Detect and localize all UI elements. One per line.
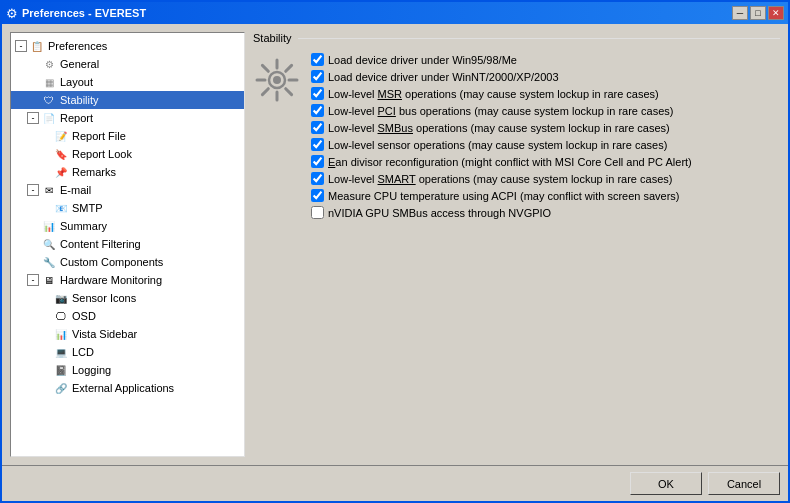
- sidebar-item-external-apps[interactable]: 🔗 External Applications: [11, 379, 244, 397]
- checkbox-9[interactable]: [311, 189, 324, 202]
- sidebar-item-remarks[interactable]: 📌 Remarks: [11, 163, 244, 181]
- sidebar-item-layout[interactable]: ▦ Layout: [11, 73, 244, 91]
- sidebar-item-lcd[interactable]: 💻 LCD: [11, 343, 244, 361]
- report-label: Report: [60, 112, 93, 124]
- logging-label: Logging: [72, 364, 111, 376]
- email-label: E-mail: [60, 184, 91, 196]
- section-header: Stability: [253, 32, 780, 44]
- preferences-icon: 📋: [29, 38, 45, 54]
- main-window: ⚙ Preferences - EVEREST ─ □ ✕ - 📋 Prefer…: [0, 0, 790, 503]
- expander-email[interactable]: -: [27, 184, 39, 196]
- checkbox-row-2: Load device driver under WinNT/2000/XP/2…: [311, 69, 780, 84]
- tree-panel: - 📋 Preferences ⚙ General ▦ Layout 🛡 Sta…: [10, 32, 245, 457]
- external-apps-icon: 🔗: [53, 380, 69, 396]
- expander-preferences[interactable]: -: [15, 40, 27, 52]
- sidebar-item-logging[interactable]: 📓 Logging: [11, 361, 244, 379]
- checkbox-8[interactable]: [311, 172, 324, 185]
- hardware-monitoring-label: Hardware Monitoring: [60, 274, 162, 286]
- hardware-monitoring-icon: 🖥: [41, 272, 57, 288]
- sidebar-item-report[interactable]: - 📄 Report: [11, 109, 244, 127]
- window-icon: ⚙: [6, 6, 18, 21]
- checkbox-row-5: Low-level SMBus operations (may cause sy…: [311, 120, 780, 135]
- minimize-button[interactable]: ─: [732, 6, 748, 20]
- sidebar-item-sensor-icons[interactable]: 📷 Sensor Icons: [11, 289, 244, 307]
- layout-label: Layout: [60, 76, 93, 88]
- stability-content: Load device driver under Win95/98/Me Loa…: [253, 52, 780, 220]
- section-divider: [298, 38, 780, 39]
- sidebar-item-stability[interactable]: 🛡 Stability: [11, 91, 244, 109]
- ok-button[interactable]: OK: [630, 472, 702, 495]
- sensor-icons-label: Sensor Icons: [72, 292, 136, 304]
- checkbox-row-7: Ean divisor reconfiguration (might confl…: [311, 154, 780, 169]
- expander-report[interactable]: -: [27, 112, 39, 124]
- checkbox-label-3: Low-level MSR operations (may cause syst…: [328, 88, 659, 100]
- stability-gear-icon: [253, 56, 301, 220]
- sidebar-item-vista-sidebar[interactable]: 📊 Vista Sidebar: [11, 325, 244, 343]
- sidebar-item-hardware-monitoring[interactable]: - 🖥 Hardware Monitoring: [11, 271, 244, 289]
- report-icon: 📄: [41, 110, 57, 126]
- external-apps-label: External Applications: [72, 382, 174, 394]
- right-panel: Stability: [253, 32, 780, 457]
- svg-line-7: [286, 65, 292, 71]
- checkbox-row-8: Low-level SMART operations (may cause sy…: [311, 171, 780, 186]
- checkboxes-area: Load device driver under Win95/98/Me Loa…: [311, 52, 780, 220]
- layout-icon: ▦: [41, 74, 57, 90]
- custom-components-icon: 🔧: [41, 254, 57, 270]
- content-filtering-icon: 🔍: [41, 236, 57, 252]
- maximize-button[interactable]: □: [750, 6, 766, 20]
- close-button[interactable]: ✕: [768, 6, 784, 20]
- sidebar-item-content-filtering[interactable]: 🔍 Content Filtering: [11, 235, 244, 253]
- checkbox-row-4: Low-level PCI bus operations (may cause …: [311, 103, 780, 118]
- lcd-label: LCD: [72, 346, 94, 358]
- checkbox-label-9: Measure CPU temperature using ACPI (may …: [328, 190, 680, 202]
- stability-label: Stability: [60, 94, 99, 106]
- window-title: Preferences - EVEREST: [22, 7, 146, 19]
- sidebar-item-smtp[interactable]: 📧 SMTP: [11, 199, 244, 217]
- sidebar-item-summary[interactable]: 📊 Summary: [11, 217, 244, 235]
- bottom-bar: OK Cancel: [2, 465, 788, 501]
- svg-line-8: [262, 89, 268, 95]
- cancel-button[interactable]: Cancel: [708, 472, 780, 495]
- checkbox-label-5: Low-level SMBus operations (may cause sy…: [328, 122, 670, 134]
- checkbox-label-10: nVIDIA GPU SMBus access through NVGPIO: [328, 207, 551, 219]
- checkbox-label-7: Ean divisor reconfiguration (might confl…: [328, 156, 692, 168]
- sidebar-item-email[interactable]: - ✉ E-mail: [11, 181, 244, 199]
- gear-svg: [253, 56, 301, 104]
- checkbox-6[interactable]: [311, 138, 324, 151]
- vista-sidebar-label: Vista Sidebar: [72, 328, 137, 340]
- checkbox-2[interactable]: [311, 70, 324, 83]
- checkbox-label-2: Load device driver under WinNT/2000/XP/2…: [328, 71, 559, 83]
- checkbox-4[interactable]: [311, 104, 324, 117]
- custom-components-label: Custom Components: [60, 256, 163, 268]
- remarks-label: Remarks: [72, 166, 116, 178]
- checkbox-row-9: Measure CPU temperature using ACPI (may …: [311, 188, 780, 203]
- general-label: General: [60, 58, 99, 70]
- expander-hardware[interactable]: -: [27, 274, 39, 286]
- logging-icon: 📓: [53, 362, 69, 378]
- section-title: Stability: [253, 32, 298, 44]
- lcd-icon: 💻: [53, 344, 69, 360]
- checkbox-row-6: Low-level sensor operations (may cause s…: [311, 137, 780, 152]
- preferences-label: Preferences: [48, 40, 107, 52]
- sidebar-item-general[interactable]: ⚙ General: [11, 55, 244, 73]
- sidebar-item-report-look[interactable]: 🔖 Report Look: [11, 145, 244, 163]
- smtp-icon: 📧: [53, 200, 69, 216]
- svg-line-6: [286, 89, 292, 95]
- report-look-label: Report Look: [72, 148, 132, 160]
- sidebar-item-report-file[interactable]: 📝 Report File: [11, 127, 244, 145]
- report-file-label: Report File: [72, 130, 126, 142]
- checkbox-10[interactable]: [311, 206, 324, 219]
- checkbox-row-3: Low-level MSR operations (may cause syst…: [311, 86, 780, 101]
- sidebar-item-preferences[interactable]: - 📋 Preferences: [11, 37, 244, 55]
- sidebar-item-custom-components[interactable]: 🔧 Custom Components: [11, 253, 244, 271]
- checkbox-5[interactable]: [311, 121, 324, 134]
- checkbox-3[interactable]: [311, 87, 324, 100]
- checkbox-label-4: Low-level PCI bus operations (may cause …: [328, 105, 673, 117]
- remarks-icon: 📌: [53, 164, 69, 180]
- content-filtering-label: Content Filtering: [60, 238, 141, 250]
- osd-icon: 🖵: [53, 308, 69, 324]
- checkbox-7[interactable]: [311, 155, 324, 168]
- titlebar: ⚙ Preferences - EVEREST ─ □ ✕: [2, 2, 788, 24]
- sidebar-item-osd[interactable]: 🖵 OSD: [11, 307, 244, 325]
- checkbox-1[interactable]: [311, 53, 324, 66]
